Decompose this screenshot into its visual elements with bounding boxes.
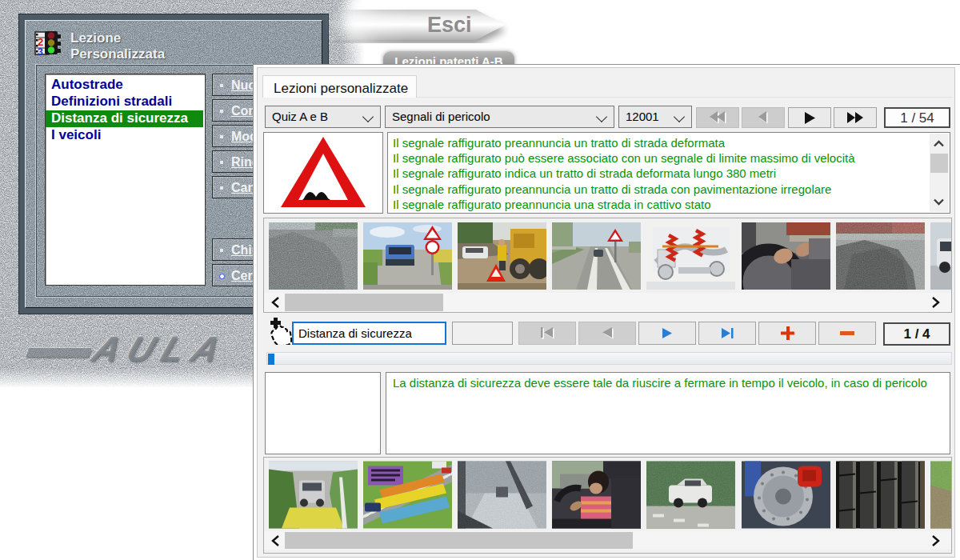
svg-text:3: 3: [38, 46, 43, 56]
